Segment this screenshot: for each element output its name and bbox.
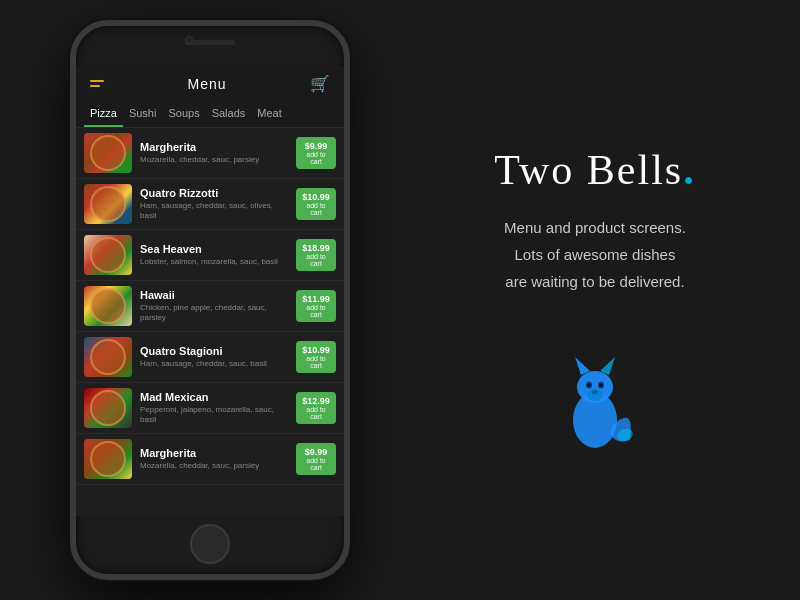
- category-tabs: Pizza Sushi Soups Salads Meat: [76, 101, 344, 128]
- hamburger-icon[interactable]: [90, 80, 104, 87]
- tagline-line2: Lots of awesome dishes: [515, 246, 676, 263]
- menu-item-info: Quatro Stagioni Ham, sausage, cheddar, s…: [140, 345, 288, 369]
- menu-item-name: Hawaii: [140, 289, 288, 301]
- tab-meat[interactable]: Meat: [251, 101, 287, 127]
- brand-dot: .: [683, 147, 696, 193]
- brand-title: Two Bells.: [494, 146, 695, 194]
- tab-soups[interactable]: Soups: [162, 101, 205, 127]
- cart-label: add to cart: [301, 457, 331, 471]
- menu-item-image: [84, 133, 132, 173]
- menu-list: Margherita Mozarella, cheddar, sauc, par…: [76, 128, 344, 516]
- menu-item-name: Sea Heaven: [140, 243, 288, 255]
- menu-item: Mad Mexican Pepperoni, jalapeno, mozarel…: [76, 383, 344, 434]
- menu-item-desc: Ham, sausage, cheddar, sauc, olives, bas…: [140, 201, 288, 222]
- hamburger-line-bottom: [90, 85, 100, 87]
- svg-marker-2: [575, 357, 590, 375]
- phone-camera: [185, 36, 193, 44]
- menu-item: Quatro Rizzotti Ham, sausage, cheddar, s…: [76, 179, 344, 230]
- item-price: $10.99: [301, 345, 331, 355]
- pizza-overlay: [90, 288, 126, 324]
- menu-item-info: Margherita Mozarella, cheddar, sauc, par…: [140, 447, 288, 471]
- tagline-line3: are waiting to be delivered.: [505, 273, 684, 290]
- tab-pizza[interactable]: Pizza: [84, 101, 123, 127]
- item-price: $11.99: [301, 294, 331, 304]
- menu-item-name: Margherita: [140, 447, 288, 459]
- menu-item-image: [84, 439, 132, 479]
- phone-body: Menu 🛒 Pizza Sushi Soups Salads Meat Mar…: [70, 20, 350, 580]
- menu-item-image: [84, 388, 132, 428]
- app-title: Menu: [187, 76, 226, 92]
- menu-item: Quatro Stagioni Ham, sausage, cheddar, s…: [76, 332, 344, 383]
- item-price: $10.99: [301, 192, 331, 202]
- menu-item-info: Margherita Mozarella, cheddar, sauc, par…: [140, 141, 288, 165]
- phone-mockup: Menu 🛒 Pizza Sushi Soups Salads Meat Mar…: [30, 10, 390, 590]
- svg-point-10: [600, 383, 603, 386]
- phone-home-button[interactable]: [190, 524, 230, 564]
- menu-item-desc: Mozarella, cheddar, sauc, parsley: [140, 155, 288, 165]
- pizza-overlay: [90, 186, 126, 222]
- tab-sushi[interactable]: Sushi: [123, 101, 163, 127]
- pizza-overlay: [90, 135, 126, 171]
- add-to-cart-button[interactable]: $10.99 add to cart: [296, 188, 336, 220]
- svg-point-5: [592, 390, 598, 394]
- cart-label: add to cart: [301, 202, 331, 216]
- menu-item: Margherita Mozarella, cheddar, sauc, par…: [76, 434, 344, 485]
- pizza-overlay: [90, 390, 126, 426]
- cart-icon[interactable]: 🛒: [310, 74, 330, 93]
- menu-item-desc: Pepperoni, jalapeno, mozarella, sauc, ba…: [140, 405, 288, 426]
- cart-label: add to cart: [301, 304, 331, 318]
- add-to-cart-button[interactable]: $10.99 add to cart: [296, 341, 336, 373]
- item-price: $9.99: [301, 447, 331, 457]
- menu-item-desc: Lobster, salmon, mozarella, sauc, basil: [140, 257, 288, 267]
- menu-item-desc: Mozarella, cheddar, sauc, parsley: [140, 461, 288, 471]
- menu-item-image: [84, 184, 132, 224]
- menu-item-image: [84, 235, 132, 275]
- menu-item-info: Hawaii Chicken, pine apple, cheddar, sau…: [140, 289, 288, 324]
- svg-marker-3: [600, 357, 615, 375]
- brand-section: Two Bells. Menu and product screens. Lot…: [390, 126, 800, 475]
- menu-item-image: [84, 337, 132, 377]
- pizza-overlay: [90, 339, 126, 375]
- menu-item-image: [84, 286, 132, 326]
- cart-label: add to cart: [301, 253, 331, 267]
- menu-item-info: Quatro Rizzotti Ham, sausage, cheddar, s…: [140, 187, 288, 222]
- add-to-cart-button[interactable]: $9.99 add to cart: [296, 443, 336, 475]
- menu-item: Margherita Mozarella, cheddar, sauc, par…: [76, 128, 344, 179]
- menu-item-name: Quatro Stagioni: [140, 345, 288, 357]
- menu-item-info: Mad Mexican Pepperoni, jalapeno, mozarel…: [140, 391, 288, 426]
- add-to-cart-button[interactable]: $18.99 add to cart: [296, 239, 336, 271]
- phone-screen: Menu 🛒 Pizza Sushi Soups Salads Meat Mar…: [76, 66, 344, 516]
- menu-item-name: Margherita: [140, 141, 288, 153]
- pizza-overlay: [90, 237, 126, 273]
- svg-point-9: [588, 383, 591, 386]
- menu-item: Sea Heaven Lobster, salmon, mozarella, s…: [76, 230, 344, 281]
- app-header: Menu 🛒: [76, 66, 344, 101]
- menu-item-name: Mad Mexican: [140, 391, 288, 403]
- item-price: $18.99: [301, 243, 331, 253]
- tagline-line1: Menu and product screens.: [504, 219, 686, 236]
- menu-item-info: Sea Heaven Lobster, salmon, mozarella, s…: [140, 243, 288, 267]
- cart-label: add to cart: [301, 355, 331, 369]
- menu-item-desc: Ham, sausage, cheddar, sauc, basil: [140, 359, 288, 369]
- menu-item-name: Quatro Rizzotti: [140, 187, 288, 199]
- pizza-overlay: [90, 441, 126, 477]
- item-price: $9.99: [301, 141, 331, 151]
- add-to-cart-button[interactable]: $11.99 add to cart: [296, 290, 336, 322]
- fox-logo: [545, 345, 645, 455]
- brand-subtitle: Menu and product screens. Lots of awesom…: [504, 214, 686, 295]
- hamburger-line-top: [90, 80, 104, 82]
- brand-name: Two Bells: [494, 147, 683, 193]
- add-to-cart-button[interactable]: $12.99 add to cart: [296, 392, 336, 424]
- cart-label: add to cart: [301, 406, 331, 420]
- cart-label: add to cart: [301, 151, 331, 165]
- menu-item: Hawaii Chicken, pine apple, cheddar, sau…: [76, 281, 344, 332]
- menu-item-desc: Chicken, pine apple, cheddar, sauc, pars…: [140, 303, 288, 324]
- tab-salads[interactable]: Salads: [206, 101, 252, 127]
- add-to-cart-button[interactable]: $9.99 add to cart: [296, 137, 336, 169]
- item-price: $12.99: [301, 396, 331, 406]
